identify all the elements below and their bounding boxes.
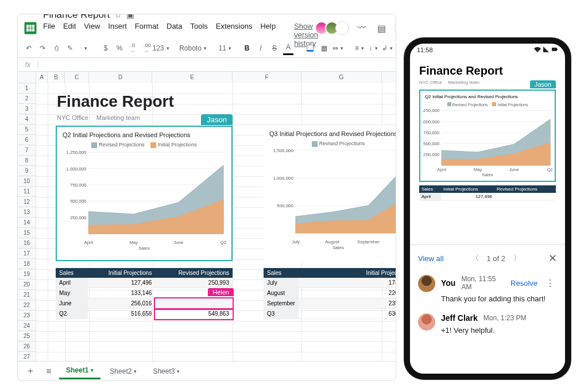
redo-icon[interactable]: ↷ (37, 41, 48, 55)
sheet-tab-1[interactable]: Sheet1▾ (59, 363, 100, 379)
dec-increase-button[interactable]: .00→ (142, 41, 152, 55)
meet-icon[interactable] (394, 20, 396, 36)
wrap-button[interactable]: ↲ (382, 41, 392, 55)
comment-counter: 1 of 2 (487, 254, 506, 263)
helen-cursor-cell: Helen (155, 298, 233, 309)
font-size-dropdown[interactable]: 11 (220, 41, 230, 55)
title-bar: Finance Report ☆ ▣ File Edit View Insert… (18, 14, 396, 38)
q2-chart-title: Q2 Initial Projections and Revised Proje… (57, 127, 231, 138)
row-header-3[interactable]: 3 (18, 104, 36, 114)
row-header-15[interactable]: 15 (18, 228, 36, 238)
col-header-C[interactable]: C (65, 72, 89, 83)
svg-text:May: May (129, 240, 138, 245)
col-header-G[interactable]: G (301, 72, 382, 83)
col-header-B[interactable]: B (48, 72, 65, 83)
add-sheet-button[interactable]: ＋ (22, 363, 38, 379)
doc-title[interactable]: Finance Report (43, 14, 110, 21)
mobile-jason-tag: Jason (530, 80, 556, 88)
svg-text:500,000: 500,000 (70, 199, 87, 204)
q3-table[interactable]: Sales Initial Projections July174,753 Au… (264, 268, 396, 319)
text-color-button[interactable]: A (283, 41, 293, 55)
q3-chart[interactable]: Q3 Initial Projections and Revised Proje… (264, 126, 396, 261)
comment-more-icon[interactable]: ⋮ (543, 278, 557, 289)
row-header-16[interactable]: 16 (18, 238, 36, 249)
select-all-corner[interactable] (18, 72, 36, 83)
col-header-E[interactable]: E (152, 72, 233, 83)
paint-format-icon[interactable]: ✎ (65, 41, 75, 55)
activity-icon[interactable]: 〰 (355, 21, 369, 35)
mobile-table[interactable]: SalesInitial ProjectionsRevised Projecti… (419, 185, 556, 201)
formula-input[interactable] (38, 58, 396, 71)
column-headers: ABCDEFG (36, 72, 396, 83)
row-header-18[interactable]: 18 (18, 259, 36, 269)
row-header-25[interactable]: 25 (18, 331, 36, 341)
comment-text: +1! Very helpful. (441, 326, 557, 335)
row-header-17[interactable]: 17 (18, 249, 36, 259)
col-header-F[interactable]: F (233, 72, 301, 83)
comment-time: Mon, 1:23 PM (483, 314, 527, 322)
row-header-5[interactable]: 5 (18, 125, 36, 135)
row-header-26[interactable]: 26 (18, 341, 36, 352)
row-header-1[interactable]: 1 (18, 83, 36, 94)
prev-comment-icon[interactable]: 〈 (471, 253, 479, 263)
row-header-6[interactable]: 6 (18, 135, 36, 145)
row-header-24[interactable]: 24 (18, 321, 36, 331)
row-header-8[interactable]: 8 (18, 156, 36, 166)
row-header-2[interactable]: 2 (18, 94, 36, 104)
currency-button[interactable]: $ (100, 41, 111, 55)
bold-button[interactable]: B (242, 41, 252, 55)
comments-icon[interactable]: ▤ (374, 21, 388, 35)
view-all-link[interactable]: View all (418, 254, 444, 263)
sheet-grid[interactable]: Finance Report NYC OfficeMarketing team … (36, 83, 396, 361)
number-format-dropdown[interactable]: 123 (156, 41, 166, 55)
undo-icon[interactable]: ↶ (24, 41, 34, 55)
q3-legend: Revised Projections (264, 137, 396, 148)
row-header-12[interactable]: 12 (18, 197, 36, 207)
row-header-14[interactable]: 14 (18, 218, 36, 228)
row-header-20[interactable]: 20 (18, 280, 36, 290)
row-header-9[interactable]: 9 (18, 166, 36, 176)
close-comments-icon[interactable]: ✕ (548, 252, 557, 265)
row-header-21[interactable]: 21 (18, 290, 36, 300)
row-header-11[interactable]: 11 (18, 187, 36, 197)
sheet-tab-2[interactable]: Sheet2▾ (103, 364, 144, 379)
v-align-button[interactable]: ↓ (368, 41, 378, 55)
q2-table[interactable]: Sales Initial Projections Revised Projec… (56, 268, 233, 319)
font-dropdown[interactable]: Roboto (177, 41, 208, 55)
dec-decrease-button[interactable]: .0← (128, 41, 138, 55)
col-header-D[interactable]: D (89, 72, 152, 83)
jason-presence-tag: Jason (201, 114, 233, 125)
star-icon[interactable]: ☆ (114, 14, 122, 20)
move-to-drive-icon[interactable]: ▣ (126, 14, 134, 20)
italic-button[interactable]: I (256, 41, 266, 55)
mobile-chart[interactable]: Jason Q2 Initial Projections and Revised… (419, 90, 556, 182)
h-align-button[interactable]: ≡ (354, 41, 365, 55)
resolve-button[interactable]: Resolve (510, 279, 537, 288)
percent-button[interactable]: % (114, 41, 125, 55)
collaborator-avatars[interactable] (318, 21, 349, 35)
fill-color-button[interactable] (305, 41, 315, 55)
mobile-clock: 11:58 (417, 46, 433, 53)
row-header-23[interactable]: 23 (18, 311, 36, 321)
next-comment-icon[interactable]: 〉 (513, 253, 521, 263)
strike-button[interactable]: S (269, 41, 280, 55)
row-header-22[interactable]: 22 (18, 300, 36, 311)
zoom-dropdown[interactable] (79, 41, 89, 55)
sheet-tab-3[interactable]: Sheet3▾ (146, 364, 187, 379)
row-header-4[interactable]: 4 (18, 114, 36, 125)
row-header-13[interactable]: 13 (18, 207, 36, 218)
comment-2: Jeff Clark Mon, 1:23 PM +1! Very helpful… (418, 313, 557, 335)
merge-button[interactable]: ⇔ (332, 41, 343, 55)
print-icon[interactable]: ⎙ (51, 41, 61, 55)
row-header-27[interactable]: 27 (18, 352, 36, 361)
mobile-comments-panel: View all 〈 1 of 2 〉 ✕ You Mon, 11:55 AM … (410, 244, 565, 374)
row-header-7[interactable]: 7 (18, 145, 36, 156)
borders-button[interactable]: ▦ (319, 41, 329, 55)
row-header-10[interactable]: 10 (18, 176, 36, 187)
col-header-A[interactable]: A (36, 72, 48, 83)
all-sheets-button[interactable]: ≡ (41, 363, 57, 379)
toolbar-more-icon[interactable]: ⋯ (396, 41, 396, 55)
report-subtitle: NYC OfficeMarketing team (57, 114, 140, 121)
q2-chart[interactable]: Jason Q2 Initial Projections and Revised… (56, 126, 233, 261)
row-header-19[interactable]: 19 (18, 269, 36, 280)
